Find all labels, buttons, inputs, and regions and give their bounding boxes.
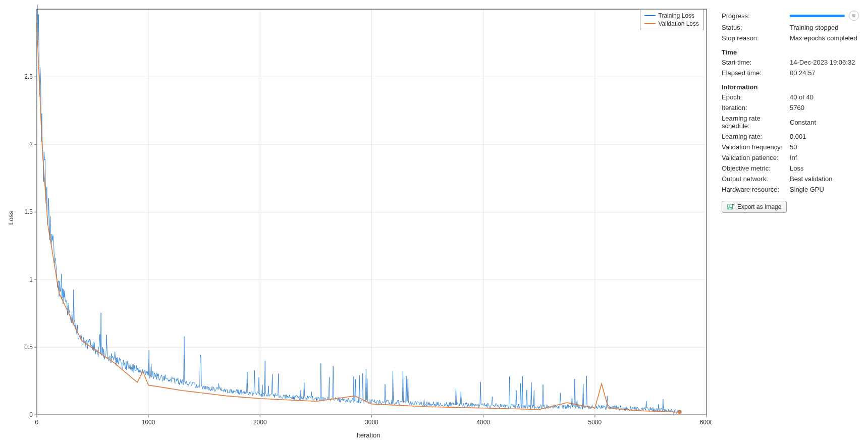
progress-label: Progress: (722, 12, 790, 20)
epoch-value: 40 of 40 (790, 93, 859, 101)
epoch-label: Epoch: (722, 93, 790, 101)
start-time-value: 14-Dec-2023 19:06:32 (790, 59, 859, 66)
legend-swatch-validation (644, 23, 656, 24)
lr-label: Learning rate: (722, 133, 790, 140)
val-freq-value: 50 (790, 143, 859, 151)
iteration-value: 5760 (790, 104, 859, 112)
val-patience-label: Validation patience: (722, 154, 790, 161)
start-time-label: Start time: (722, 59, 790, 66)
export-icon (727, 203, 734, 210)
val-freq-label: Validation frequency: (722, 143, 790, 151)
time-heading: Time (722, 43, 859, 57)
export-button-label: Export as Image (737, 203, 781, 210)
y-axis-label: Loss (5, 211, 17, 225)
svg-text:4000: 4000 (476, 419, 490, 426)
svg-text:5000: 5000 (588, 419, 602, 426)
output-net-value: Best validation (790, 175, 859, 183)
obj-metric-label: Objective metric: (722, 164, 790, 172)
svg-text:1.5: 1.5 (24, 208, 33, 215)
svg-text:1000: 1000 (142, 419, 155, 426)
obj-metric-value: Loss (790, 164, 859, 172)
elapsed-time-label: Elapsed time: (722, 69, 790, 77)
stop-reason-value: Max epochs completed (790, 34, 859, 42)
svg-text:3000: 3000 (365, 419, 378, 426)
status-label: Status: (722, 24, 790, 31)
svg-text:2000: 2000 (253, 419, 267, 426)
legend-label-validation: Validation Loss (659, 20, 699, 28)
svg-point-41 (678, 410, 681, 414)
legend: Training Loss Validation Loss (640, 9, 704, 30)
status-value: Training stopped (790, 24, 859, 31)
svg-text:0: 0 (29, 411, 33, 418)
svg-text:0: 0 (35, 419, 39, 426)
information-heading: Information (722, 78, 859, 92)
hw-value: Single GPU (790, 186, 859, 193)
svg-text:6000: 6000 (700, 419, 712, 426)
stop-icon (852, 14, 855, 17)
elapsed-time-value: 00:24:57 (790, 69, 859, 77)
progress-bar (790, 15, 845, 17)
export-as-image-button[interactable]: Export as Image (722, 201, 787, 213)
svg-text:2: 2 (29, 141, 33, 148)
output-net-label: Output network: (722, 175, 790, 183)
chart-area: Loss 010002000300040005000600000.511.522… (0, 0, 717, 444)
x-axis-label: Iteration (25, 430, 712, 439)
loss-plot[interactable]: 010002000300040005000600000.511.522.5 Tr… (17, 5, 712, 430)
legend-label-training: Training Loss (659, 12, 695, 20)
val-patience-value: Inf (790, 154, 859, 161)
svg-point-44 (729, 205, 730, 206)
lr-schedule-value: Constant (790, 119, 859, 126)
info-panel: Progress: Status: Training stopped Stop … (717, 0, 868, 444)
iteration-label: Iteration: (722, 104, 790, 112)
svg-text:0.5: 0.5 (24, 344, 33, 351)
svg-text:1: 1 (29, 276, 33, 283)
lr-schedule-label: Learning rate schedule: (722, 115, 790, 130)
lr-value: 0.001 (790, 133, 859, 140)
legend-swatch-training (644, 15, 656, 16)
stop-reason-label: Stop reason: (722, 34, 790, 42)
stop-button[interactable] (849, 11, 859, 21)
svg-text:2.5: 2.5 (24, 73, 33, 80)
hw-label: Hardware resource: (722, 186, 790, 193)
